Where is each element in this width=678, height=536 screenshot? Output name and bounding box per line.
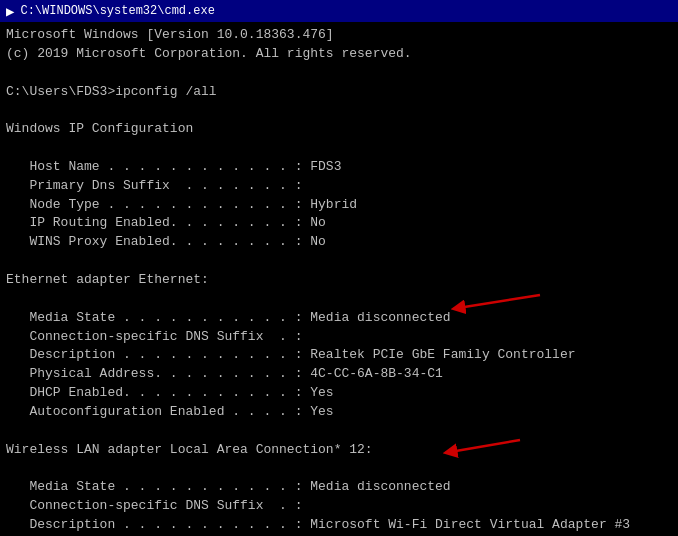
terminal[interactable]: Microsoft Windows [Version 10.0.18363.47… — [0, 22, 678, 536]
titlebar-icon: ▶ — [6, 3, 14, 20]
titlebar-title: C:\WINDOWS\system32\cmd.exe — [20, 4, 214, 18]
titlebar: ▶ C:\WINDOWS\system32\cmd.exe — [0, 0, 678, 22]
